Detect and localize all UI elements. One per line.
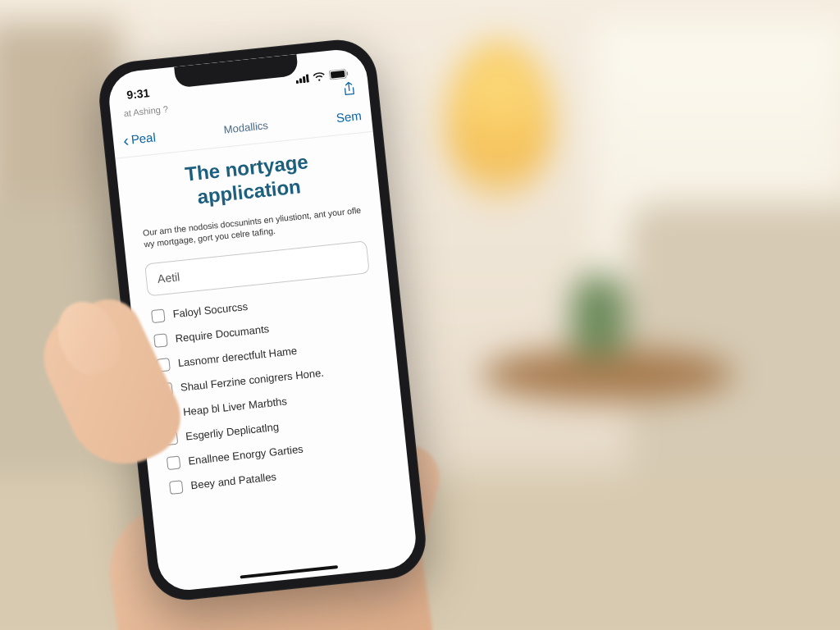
svg-rect-0 xyxy=(296,80,299,83)
checklist-item-label: Esgerliy Deplicatlng xyxy=(185,421,280,443)
field-label: Aetil xyxy=(157,270,180,285)
svg-rect-3 xyxy=(306,74,309,82)
checklist-item-label: Beey and Patalles xyxy=(190,471,277,492)
back-button[interactable]: ‹ Peal xyxy=(122,129,157,148)
chevron-left-icon: ‹ xyxy=(122,131,130,148)
svg-rect-5 xyxy=(331,71,345,79)
battery-icon xyxy=(329,68,349,80)
back-label: Peal xyxy=(130,130,157,146)
checkbox-icon[interactable] xyxy=(167,455,181,470)
svg-rect-6 xyxy=(346,71,348,75)
content-area: The nortyage application Our arn the nod… xyxy=(115,132,418,593)
checkbox-icon[interactable] xyxy=(153,333,168,348)
nav-action-button[interactable]: Sem xyxy=(336,108,362,125)
checklist: Faloyl Socurcss Require Documants Lasnom… xyxy=(148,281,391,500)
checkbox-icon[interactable] xyxy=(151,308,166,323)
svg-rect-2 xyxy=(303,75,306,82)
checklist-item-label: Faloyl Socurcss xyxy=(172,300,249,321)
cellular-signal-icon xyxy=(295,73,309,84)
phone-screen: 9:31 at Ashing ? xyxy=(107,47,419,593)
nav-title: Modallics xyxy=(223,119,268,136)
svg-rect-1 xyxy=(299,78,303,83)
phone-frame: 9:31 at Ashing ? xyxy=(95,36,429,604)
wifi-icon xyxy=(313,71,326,82)
page-title: The nortyage application xyxy=(135,145,362,216)
secondary-left-label: at Ashing ? xyxy=(123,104,168,119)
checklist-item-label: Require Documants xyxy=(175,323,270,345)
status-time: 9:31 xyxy=(126,86,151,102)
share-icon[interactable] xyxy=(342,81,356,98)
checkbox-icon[interactable] xyxy=(169,480,184,495)
